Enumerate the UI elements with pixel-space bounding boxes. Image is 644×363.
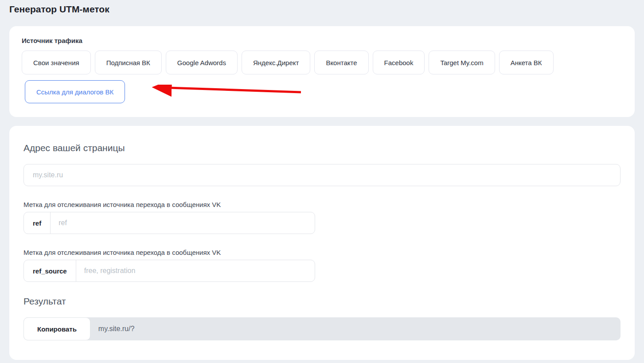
address-heading: Адрес вашей страницы	[23, 142, 621, 154]
page-title: Генератор UTM-меток	[9, 0, 635, 16]
source-option-vkontakte[interactable]: Вконтакте	[314, 51, 368, 74]
ref-source-input-group: ref_source	[23, 260, 315, 282]
traffic-source-label: Источник трафика	[22, 37, 622, 44]
ref-input-group: ref	[23, 212, 315, 234]
ref-input[interactable]	[51, 212, 315, 234]
site-address-input[interactable]	[23, 164, 621, 186]
utm-generator-page: Генератор UTM-меток Источник трафика Сво…	[0, 0, 644, 360]
source-option-google-adwords[interactable]: Google Adwords	[166, 51, 238, 74]
traffic-source-selected-row: Ссылка для диалогов ВК	[22, 80, 622, 103]
ref-source-input[interactable]	[76, 260, 315, 281]
traffic-source-options-row: Свои значения Подписная ВК Google Adword…	[22, 51, 622, 74]
ref-field-label: Метка для отслеживания источника переход…	[23, 200, 621, 209]
source-option-anketa-vk[interactable]: Анкета ВК	[499, 51, 554, 74]
ref-source-prefix-label: ref_source	[24, 260, 76, 281]
traffic-source-card: Источник трафика Свои значения Подписная…	[9, 26, 635, 117]
result-url-value: my.site.ru/?	[90, 317, 135, 340]
source-option-yandex-direct[interactable]: Яндекс.Директ	[242, 51, 310, 74]
utm-form-card: Адрес вашей страницы Метка для отслежива…	[9, 126, 635, 360]
result-bar: Копировать my.site.ru/?	[23, 317, 621, 340]
ref-source-field-label: Метка для отслеживания источника переход…	[23, 248, 621, 257]
red-annotation-arrow-icon	[135, 85, 305, 100]
copy-button[interactable]: Копировать	[23, 317, 90, 340]
source-option-podpisnaya-vk[interactable]: Подписная ВК	[95, 51, 162, 74]
source-option-vk-dialog-link-selected[interactable]: Ссылка для диалогов ВК	[25, 80, 125, 103]
ref-prefix-label: ref	[24, 212, 51, 234]
source-option-custom-values[interactable]: Свои значения	[22, 51, 91, 74]
result-heading: Результат	[23, 295, 621, 308]
source-option-facebook[interactable]: Facebook	[373, 51, 425, 74]
source-option-target-my-com[interactable]: Target My.com	[429, 51, 495, 74]
